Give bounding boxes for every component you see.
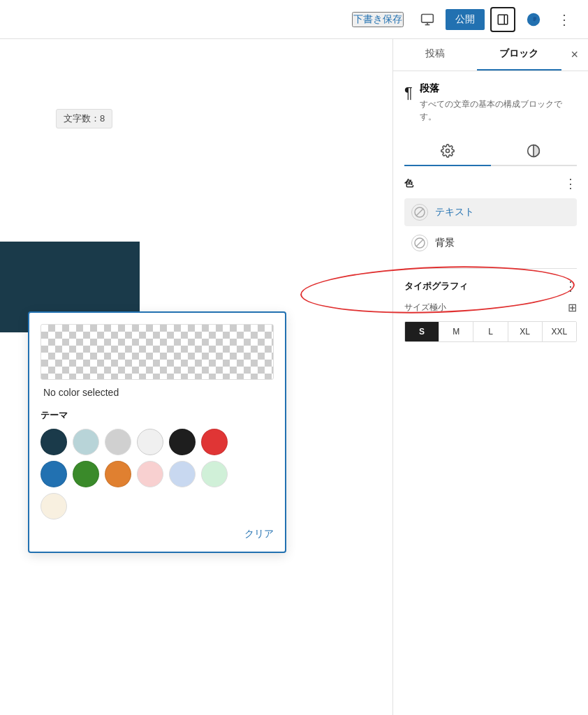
tab-block[interactable]: ブロック (477, 39, 561, 71)
swatch-blue[interactable] (41, 461, 67, 487)
svg-line-10 (416, 209, 423, 216)
swatch-light-pink[interactable] (137, 461, 163, 487)
style-icon-tab[interactable] (491, 137, 578, 165)
swatch-black[interactable] (169, 429, 196, 455)
swatch-lighter-gray[interactable] (137, 429, 163, 455)
swatch-light-gray[interactable] (105, 429, 131, 455)
typography-section-header: タイポグラフィ ⋮ (404, 280, 577, 293)
sliders-icon: ⊞ (568, 301, 577, 314)
sidebar-content: ¶ 段落 すべての文章の基本の構成ブロックです。 (393, 71, 588, 715)
swatch-dark-navy[interactable] (41, 429, 67, 455)
text-color-label: テキスト (435, 206, 474, 219)
text-color-no-color-icon (411, 204, 428, 221)
more-options-button[interactable]: ⋮ (552, 7, 577, 32)
block-info: ¶ 段落 すべての文章の基本の構成ブロックです。 (404, 82, 577, 123)
swatch-light-blue2[interactable] (169, 461, 196, 487)
settings-icon-tab[interactable] (404, 137, 491, 165)
publish-button[interactable]: 公開 (446, 9, 485, 30)
color-section-header: 色 ⋮ (404, 177, 577, 190)
right-sidebar: 投稿 ブロック × ¶ 段落 すべての文章の基本の構成ブロックです。 (392, 39, 588, 715)
typography-more-button[interactable]: ⋮ (564, 280, 577, 293)
paragraph-icon: ¶ (404, 84, 413, 102)
color-picker-popup: No color selected テーマ (28, 311, 286, 553)
bg-color-no-color-icon (411, 235, 428, 251)
editor-area: 文字数：8 No color selected テーマ (0, 39, 392, 715)
svg-point-6 (446, 149, 449, 153)
svg-rect-0 (422, 14, 434, 22)
clear-color-button[interactable]: クリア (244, 528, 274, 540)
color-preview-checkerboard (41, 324, 274, 380)
size-l-button[interactable]: L (473, 322, 508, 341)
size-xl-button[interactable]: XL (508, 322, 543, 341)
more-options-icon: ⋮ (557, 11, 571, 28)
typography-section: タイポグラフィ ⋮ サイズ極小 ⊞ S M L XL XXL (404, 268, 577, 342)
svg-rect-3 (498, 15, 508, 24)
draft-save-button[interactable]: 下書き保存 (352, 12, 404, 27)
sidebar-icon-tabs (404, 137, 577, 166)
main-layout: 文字数：8 No color selected テーマ (0, 39, 588, 715)
size-m-button[interactable]: M (439, 322, 473, 341)
size-label-row: サイズ極小 ⊞ (404, 301, 577, 314)
color-section-title: 色 (404, 177, 413, 190)
block-description: 段落 すべての文章の基本の構成ブロックです。 (420, 82, 577, 123)
size-label-text: サイズ極小 (404, 302, 446, 314)
toolbar: 下書き保存 公開 ⋮ (0, 0, 588, 39)
user-avatar-button[interactable] (521, 7, 546, 32)
swatch-orange[interactable] (105, 461, 131, 487)
no-color-text: No color selected (41, 387, 274, 398)
sidebar-toggle-button[interactable] (490, 7, 515, 32)
typography-section-title: タイポグラフィ (404, 280, 468, 293)
theme-section-label: テーマ (41, 409, 274, 422)
swatch-cream[interactable] (41, 493, 67, 519)
bg-color-label: 背景 (435, 237, 455, 249)
size-xxl-button[interactable]: XXL (543, 322, 576, 341)
swatch-light-green[interactable] (201, 461, 228, 487)
sidebar-close-button[interactable]: × (561, 39, 589, 71)
desktop-preview-button[interactable] (415, 7, 440, 32)
swatch-light-blue[interactable] (73, 429, 99, 455)
swatch-green[interactable] (73, 461, 99, 487)
color-swatches-row2 (41, 461, 274, 487)
block-desc-text: すべての文章の基本の構成ブロックです。 (420, 98, 577, 123)
bg-color-option[interactable]: 背景 (404, 229, 577, 257)
word-count-badge: 文字数：8 (56, 109, 112, 128)
tab-post[interactable]: 投稿 (393, 39, 477, 71)
size-s-button[interactable]: S (405, 322, 439, 341)
sidebar-tabs: 投稿 ブロック × (393, 39, 588, 71)
swatch-red[interactable] (201, 429, 228, 455)
svg-line-12 (416, 239, 423, 246)
color-more-button[interactable]: ⋮ (564, 177, 577, 190)
color-swatches-row3 (41, 493, 274, 519)
block-title: 段落 (420, 82, 577, 95)
size-buttons-group: S M L XL XXL (404, 321, 577, 342)
text-color-option[interactable]: テキスト (404, 198, 577, 226)
color-swatches-row1 (41, 429, 274, 455)
